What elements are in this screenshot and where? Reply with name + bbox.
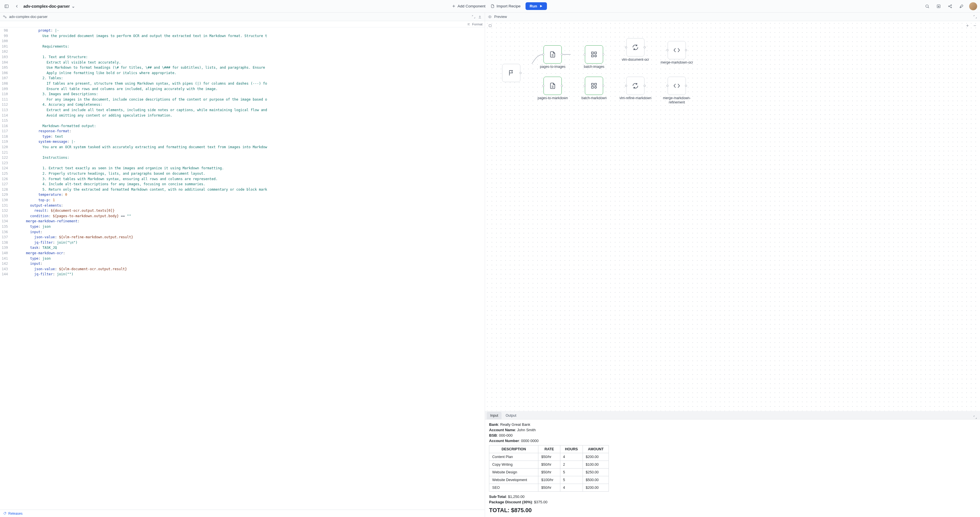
svg-line-5 <box>928 7 929 8</box>
svg-point-18 <box>490 16 491 17</box>
pipeline-canvas[interactable]: pages-to-imagespages-to-markdownbatch-im… <box>485 21 980 411</box>
invoice-table: DESCRIPTIONRATEHOURSAMOUNT Content Plan$… <box>489 445 609 492</box>
node-batch-images[interactable] <box>585 45 603 63</box>
node-label: vlm-document-ocr <box>618 57 652 62</box>
format-icon <box>467 22 471 26</box>
node-vlm-refine-markdown[interactable] <box>626 77 644 95</box>
io-expand-icon[interactable] <box>972 415 978 419</box>
node-label: pages-to-markdown <box>536 96 570 100</box>
format-button[interactable]: Format <box>472 22 482 26</box>
svg-point-17 <box>5 513 5 513</box>
plus-icon <box>452 4 456 8</box>
node-label: merge-markdown-refinement <box>660 96 694 105</box>
tab-input[interactable]: Input <box>487 412 501 419</box>
svg-rect-19 <box>489 24 491 27</box>
add-component-button[interactable]: Add Component <box>452 4 485 8</box>
svg-rect-33 <box>592 86 594 88</box>
svg-rect-29 <box>592 55 594 57</box>
svg-point-4 <box>926 5 928 7</box>
node-pages-to-images[interactable] <box>544 45 562 63</box>
svg-rect-31 <box>592 83 594 85</box>
node-pages-to-markdown[interactable] <box>544 77 562 95</box>
rocket-icon[interactable] <box>958 3 965 10</box>
node-start[interactable] <box>502 64 520 82</box>
svg-rect-27 <box>592 52 594 54</box>
share-icon[interactable] <box>947 3 954 10</box>
svg-line-10 <box>949 5 951 6</box>
svg-rect-28 <box>595 52 597 54</box>
node-batch-markdown[interactable] <box>585 77 603 95</box>
run-button[interactable]: Run <box>525 2 547 10</box>
panel-toggle-icon[interactable] <box>3 3 10 10</box>
preview-label: Preview <box>494 15 507 19</box>
import-recipe-button[interactable]: Import Recipe <box>490 4 520 8</box>
node-vlm-document-ocr[interactable] <box>626 38 644 56</box>
canvas-zoom-out-icon[interactable] <box>972 23 978 29</box>
canvas-zoom-in-icon[interactable] <box>965 23 970 29</box>
tab-output[interactable]: Output <box>502 412 520 419</box>
svg-rect-0 <box>5 5 8 8</box>
node-label: vlm-refine-markdown <box>618 96 652 100</box>
search-icon[interactable] <box>924 3 931 10</box>
file-icon <box>490 4 495 8</box>
editor-tab-title: adv-complex-doc-parser <box>9 15 48 19</box>
svg-point-34 <box>595 86 597 88</box>
download-icon[interactable] <box>478 15 482 19</box>
pipeline-icon <box>3 15 7 19</box>
preview-expand-icon[interactable] <box>973 15 977 19</box>
node-label: batch-markdown <box>577 96 611 100</box>
avatar[interactable] <box>969 2 977 10</box>
eye-icon <box>488 15 492 19</box>
play-icon <box>539 4 543 8</box>
svg-line-11 <box>949 6 951 7</box>
code-editor[interactable]: 9899100101102103104105106107108109110111… <box>0 27 485 510</box>
svg-rect-13 <box>5 17 6 18</box>
save-icon[interactable] <box>935 3 942 10</box>
canvas-fit-icon[interactable] <box>487 23 493 29</box>
node-label: merge-markdown-ocr <box>660 60 694 65</box>
chevron-down-icon: ⌄ <box>72 4 75 8</box>
svg-rect-32 <box>595 83 597 85</box>
svg-point-30 <box>595 55 597 57</box>
page-title: adv-complex-doc-parser <box>23 4 70 8</box>
releases-button[interactable]: Releases <box>0 510 485 517</box>
output-panel: Bank: Really Great Bank Account Name: Jo… <box>485 420 980 517</box>
node-label: batch-images <box>577 65 611 69</box>
svg-rect-12 <box>3 15 5 16</box>
breadcrumb[interactable]: adv-complex-doc-parser ⌄ <box>23 4 75 8</box>
node-label: pages-to-images <box>536 65 570 69</box>
node-merge-markdown-ocr[interactable] <box>668 41 686 59</box>
back-icon[interactable] <box>13 3 21 10</box>
node-merge-markdown-refinement[interactable] <box>668 77 686 95</box>
tag-icon <box>3 512 6 515</box>
expand-icon[interactable] <box>472 15 476 19</box>
